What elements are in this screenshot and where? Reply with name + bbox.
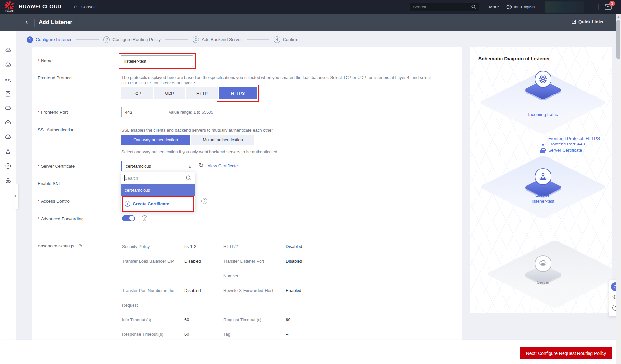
step-number: 3 (193, 36, 199, 43)
step-connector (76, 39, 99, 40)
adv-value: Disabled (286, 239, 325, 254)
search-input[interactable] (410, 3, 479, 11)
adv-value: Enabled (286, 283, 325, 312)
quick-links-icon (572, 19, 577, 24)
step-indicator: 1 Configure Listener 2 Configure Routing… (16, 31, 621, 47)
step-configure-routing-policy[interactable]: 2 Configure Routing Policy (103, 36, 161, 43)
page-header: ‹ Add Listener Quick Links (0, 14, 621, 31)
footer-bar: Next: Configure Request Routing Policy (0, 340, 621, 364)
adv-value: Disabled (286, 254, 325, 283)
quick-links-button[interactable]: Quick Links (572, 19, 603, 24)
sidebar-item-vpc-icon[interactable] (5, 148, 12, 155)
step-connector (165, 39, 188, 40)
server-icon (535, 255, 551, 272)
adv-label: Transfer Port Number in the Request (122, 283, 184, 312)
sidebar-divider (3, 33, 13, 33)
more-menu[interactable]: More (489, 5, 499, 9)
adv-label: HTTP/2 (223, 239, 286, 254)
certificate-option-selected[interactable]: cert-tamcloud (121, 184, 195, 196)
certificate-search-input[interactable] (125, 176, 183, 181)
server-certificate-diagram-label: Server Certificate (548, 147, 582, 153)
search-icon (186, 175, 192, 181)
traffic-arrow (543, 120, 543, 145)
name-input[interactable] (121, 55, 193, 67)
scroll-up-arrow[interactable]: ▲ (616, 14, 621, 19)
notification-badge: 3 (609, 1, 615, 6)
access-control-label: Access Control (38, 199, 70, 204)
step-confirm[interactable]: 4 Confirm (274, 36, 298, 43)
sidebar-item-cloud-upload-icon[interactable] (5, 119, 12, 126)
huawei-logo-icon (5, 1, 14, 10)
protocol-http-button[interactable]: HTTP (186, 87, 218, 99)
plus-icon: + (125, 201, 130, 207)
lock-icon (540, 150, 545, 153)
configure-listener-form: Name Frontend Protocol The protocols dis… (32, 47, 462, 340)
sidebar-item-cloud-icon[interactable] (5, 105, 12, 112)
frontend-port-input[interactable] (121, 107, 164, 117)
step-label: Confirm (283, 37, 298, 42)
language-selector[interactable]: Intl-English (514, 5, 535, 9)
server-certificate-dropdown: cert-tamcloud + Create Certificate (121, 172, 195, 211)
scrollbar[interactable]: ▲ (616, 14, 621, 364)
create-certificate-link[interactable]: + Create Certificate (121, 196, 195, 211)
view-certificate-link[interactable]: View Certificate (208, 163, 238, 168)
step-label: Configure Routing Policy (112, 37, 161, 42)
console-link[interactable]: Console (81, 5, 97, 9)
sidebar-item-cloud-more-icon[interactable] (5, 61, 12, 69)
incoming-traffic-label: Incoming traffic (511, 112, 576, 117)
ssl-authentication-label: SSL Authentication (38, 127, 75, 132)
protocol-https-button[interactable]: HTTPS (219, 87, 257, 99)
frontend-protocol-label: Frontend Protocol (38, 75, 72, 80)
account-info-blurred[interactable] (545, 1, 584, 13)
caret-up-icon: ▲ (188, 165, 191, 168)
advanced-settings-grid: Security Policy tls-1-2 HTTP/2 Disabled … (122, 239, 325, 342)
adv-label: Idle Timeout (s) (122, 312, 184, 327)
sidebar-expand-handle[interactable]: ▶ (14, 183, 18, 209)
step-connector (247, 39, 269, 40)
brand-title: HUAWEI CLOUD (19, 4, 61, 10)
frontend-protocol-description: The protocols displayed here are based o… (121, 75, 456, 86)
protocol-udp-button[interactable]: UDP (154, 87, 185, 99)
protocol-tcp-button[interactable]: TCP (121, 87, 153, 99)
adv-value: tls-1-2 (184, 239, 223, 254)
access-control-help-icon[interactable]: ? (201, 198, 207, 204)
sidebar-item-waves-icon[interactable] (5, 76, 12, 83)
back-button[interactable]: ‹ (25, 18, 28, 26)
adv-label: Transfer Listener Port Number (223, 254, 286, 283)
sidebar-item-eip-icon[interactable]: IP (5, 162, 12, 169)
refresh-icon[interactable]: ↻ (199, 162, 204, 169)
adv-value: 60 (286, 312, 325, 327)
next-step-button[interactable]: Next: Configure Request Routing Policy (520, 347, 612, 359)
server-certificate-select[interactable]: cert-tamcloud ▲ (121, 161, 195, 171)
sidebar-item-cloud-sync-icon[interactable] (5, 133, 12, 141)
name-label: Name (38, 58, 53, 63)
header-divider (34, 19, 35, 27)
step-configure-listener[interactable]: 1 Configure Listener (27, 36, 71, 43)
adv-value: Disabled (184, 254, 223, 283)
sidebar-item-disk-icon[interactable] (5, 90, 12, 97)
step-label: Add Backend Server (202, 37, 242, 42)
step-add-backend-server[interactable]: 3 Add Backend Server (193, 36, 242, 43)
advanced-forwarding-toggle[interactable] (122, 215, 135, 221)
top-bar: HUAWEI HUAWEI CLOUD ⌂ Console More Intl-… (0, 0, 621, 14)
adv-label: Response Timeout (s) (122, 327, 184, 342)
search-icon[interactable] (471, 4, 476, 11)
frontend-port-hint: Value range: 1 to 65535 (169, 109, 213, 115)
one-way-authentication-button[interactable]: One-way authentication (121, 135, 190, 145)
sidebar-item-cloud-server-icon[interactable] (5, 47, 12, 54)
topbar-divider (598, 4, 599, 10)
step-label: Configure Listener (36, 37, 71, 42)
advanced-forwarding-help-icon[interactable]: ? (142, 215, 147, 221)
sidebar-item-elb-icon[interactable] (5, 177, 12, 184)
section-divider (38, 231, 456, 231)
scrollbar-thumb[interactable] (616, 20, 620, 59)
schematic-title: Schematic Diagram of Listener (478, 56, 550, 61)
adv-value: 60 (184, 327, 223, 342)
edit-icon[interactable]: ✎ (79, 243, 82, 248)
home-icon[interactable]: ⌂ (74, 4, 77, 10)
globe-icon[interactable] (506, 4, 512, 11)
certificate-search-row[interactable] (121, 172, 195, 184)
listener-name: listener-test (511, 199, 576, 204)
mutual-authentication-button[interactable]: Mutual authentication (191, 135, 254, 145)
adv-value: Disabled (184, 283, 223, 312)
